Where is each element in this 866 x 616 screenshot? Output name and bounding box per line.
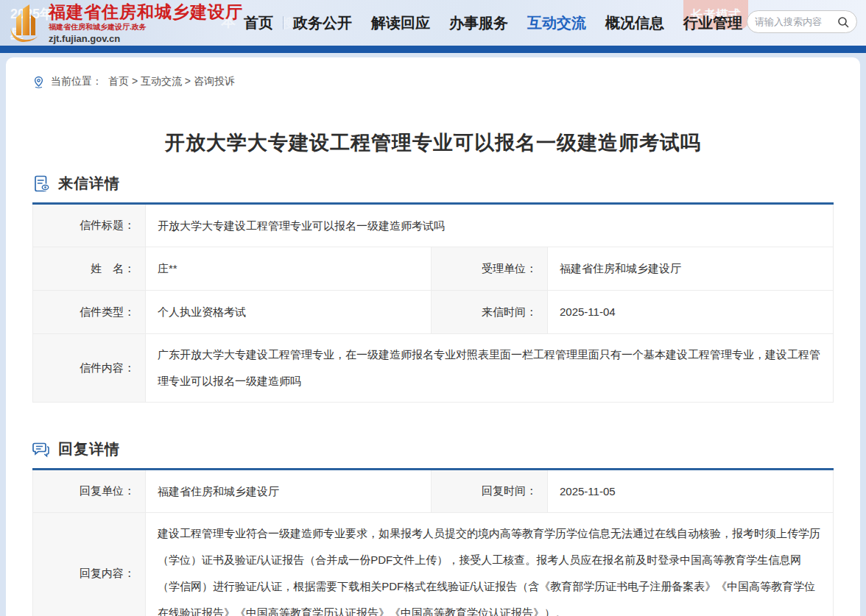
breadcrumb-path[interactable]: 首页 > 互动交流 > 咨询投诉: [108, 75, 235, 88]
nav-item-home[interactable]: 首页: [234, 13, 283, 33]
search-input[interactable]: [755, 16, 837, 27]
nav-item-services[interactable]: 办事服务: [440, 13, 518, 33]
field-value-subject: 开放大学大专建设工程管理专业可以报名一级建造师考试吗: [146, 204, 834, 247]
table-row: 姓 名： 庄** 受理单位： 福建省住房和城乡建设厅: [33, 247, 834, 291]
nav-item-overview[interactable]: 概况信息: [596, 13, 674, 33]
field-label-reply-unit: 回复单位：: [33, 470, 146, 513]
table-row: 回复内容： 建设工程管理专业符合一级建造师专业要求，如果报考人员提交的境内高等教…: [33, 513, 834, 616]
letter-section-title: 来信详情: [58, 174, 120, 194]
letter-section-header: 来信详情: [32, 174, 834, 194]
table-row: 回复单位： 福建省住房和城乡建设厅 回复时间： 2025-11-05: [33, 470, 834, 513]
reply-detail-icon: [32, 440, 51, 459]
field-value-name: 庄**: [146, 247, 432, 291]
site-domain: zjt.fujian.gov.cn: [49, 33, 243, 44]
table-row: 信件内容： 广东开放大学大专建设工程管理专业，在一级建造师报名专业对照表里面一栏…: [33, 334, 834, 403]
field-label-name: 姓 名：: [33, 247, 146, 291]
field-label-agency: 受理单位：: [432, 247, 548, 291]
reply-section-header: 回复详情: [32, 439, 834, 459]
field-label-content: 信件内容：: [33, 334, 146, 403]
field-value-reply-content: 建设工程管理专业符合一级建造师专业要求，如果报考人员提交的境内高等教育学历学位信…: [146, 513, 834, 616]
field-label-type: 信件类型：: [33, 291, 146, 334]
field-label-reply-content: 回复内容：: [33, 513, 146, 616]
field-value-date: 2025-11-04: [548, 291, 834, 334]
search-icon[interactable]: [837, 16, 849, 28]
nav-item-gov-info[interactable]: 政务公开: [284, 13, 362, 33]
content-card: 当前位置：首页 > 互动交流 > 咨询投诉 开放大学大专建设工程管理专业可以报名…: [6, 57, 860, 616]
building-logo-icon: [6, 3, 46, 44]
field-value-reply-unit: 福建省住房和城乡建设厅: [146, 470, 432, 513]
page-title: 开放大学大专建设工程管理专业可以报名一级建造师考试吗: [32, 130, 834, 156]
main-nav: 首页 政务公开 解读回应 办事服务 互动交流 概况信息 行业管理: [234, 0, 752, 46]
header-divider-bar: [0, 46, 866, 53]
site-logo[interactable]: 福建省住房和城乡建设厅 福建省住房和城乡建设厅.政务 zjt.fujian.go…: [6, 2, 243, 44]
nav-item-interpretation[interactable]: 解读回应: [362, 13, 440, 33]
field-value-reply-time: 2025-11-05: [548, 470, 834, 513]
field-value-agency: 福建省住房和城乡建设厅: [548, 247, 834, 291]
field-value-type: 个人执业资格考试: [146, 291, 432, 334]
field-label-subject: 信件标题：: [33, 204, 146, 247]
table-row: 信件类型： 个人执业资格考试 来信时间： 2025-11-04: [33, 291, 834, 334]
site-title: 福建省住房和城乡建设厅: [49, 2, 243, 21]
letter-detail-table: 信件标题： 开放大学大专建设工程管理专业可以报名一级建造师考试吗 姓 名： 庄*…: [32, 202, 834, 403]
nav-item-interaction[interactable]: 互动交流: [518, 13, 596, 33]
breadcrumb: 当前位置：首页 > 互动交流 > 咨询投诉: [32, 57, 834, 88]
site-subtitle: 福建省住房和城乡建设厅.政务: [49, 22, 243, 32]
breadcrumb-label: 当前位置：: [51, 75, 102, 88]
table-row: 信件标题： 开放大学大专建设工程管理专业可以报名一级建造师考试吗: [33, 204, 834, 247]
field-label-date: 来信时间：: [432, 291, 548, 334]
site-header: 2025年1 星 本 搜索 长者模式 福建省住房和城乡建设厅 福建省住房和城乡建…: [0, 0, 866, 46]
nav-item-industry[interactable]: 行业管理: [674, 13, 752, 33]
reply-detail-table: 回复单位： 福建省住房和城乡建设厅 回复时间： 2025-11-05 回复内容：…: [32, 468, 834, 616]
letter-detail-icon: [32, 174, 51, 193]
field-label-reply-time: 回复时间：: [432, 470, 548, 513]
search-box[interactable]: [747, 10, 857, 33]
location-pin-icon: [32, 76, 45, 88]
logo-text-block: 福建省住房和城乡建设厅 福建省住房和城乡建设厅.政务 zjt.fujian.go…: [49, 2, 243, 44]
field-value-content: 广东开放大学大专建设工程管理专业，在一级建造师报名专业对照表里面一栏工程管理里面…: [146, 334, 834, 403]
reply-section-title: 回复详情: [58, 439, 120, 459]
